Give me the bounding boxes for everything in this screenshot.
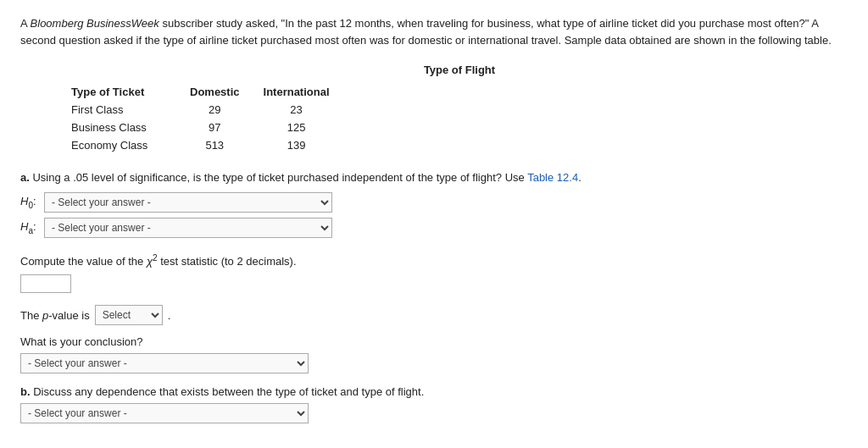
table-row: First Class 29 23 xyxy=(71,101,353,119)
domestic-cell: 97 xyxy=(190,119,264,136)
col-header-domestic: Domestic xyxy=(190,83,264,101)
chi-input-box[interactable] xyxy=(20,274,71,293)
conclusion-dropdown[interactable]: - Select your answer -Conclude independe… xyxy=(20,353,309,373)
pvalue-label: The p-value is xyxy=(20,309,90,322)
table-row: Business Class 97 125 xyxy=(71,119,353,136)
ha-row: Ha: - Select your answer -Type of ticket… xyxy=(20,218,848,238)
ticket-cell: Business Class xyxy=(71,119,190,136)
section-b-label: b. xyxy=(20,385,31,398)
h0-row: H0: - Select your answer -Type of ticket… xyxy=(20,192,848,213)
international-cell: 139 xyxy=(264,136,353,154)
section-b-question: b. Discuss any dependence that exists be… xyxy=(20,385,848,398)
section-a: a. Using a .05 level of significance, is… xyxy=(20,169,848,238)
chi-exponent: 2 xyxy=(153,253,158,263)
ticket-cell: First Class xyxy=(71,101,190,119)
h0-dropdown[interactable]: - Select your answer -Type of ticket pur… xyxy=(44,192,332,213)
international-cell: 23 xyxy=(264,101,353,119)
section-a-label: a. xyxy=(20,171,30,184)
pvalue-row: The p-value is Selectless than .005betwe… xyxy=(20,305,848,325)
pvalue-dropdown[interactable]: Selectless than .005between .005 and .01… xyxy=(95,305,163,325)
domestic-cell: 29 xyxy=(190,101,264,119)
table-row: Economy Class 513 139 xyxy=(71,136,353,154)
conclusion-question: What is your conclusion? xyxy=(20,335,848,348)
international-cell: 125 xyxy=(264,119,353,136)
domestic-cell: 513 xyxy=(190,136,264,154)
pvalue-period: . xyxy=(168,309,171,322)
table-link[interactable]: Table 12.4 xyxy=(527,171,578,184)
ticket-cell: Economy Class xyxy=(71,136,190,154)
compute-label: Compute the value of the χ2 test statist… xyxy=(20,253,848,268)
section-a-question: a. Using a .05 level of significance, is… xyxy=(20,169,848,187)
col-header-ticket: Type of Ticket xyxy=(71,83,190,101)
data-table: Type of Ticket Domestic International Fi… xyxy=(71,83,353,154)
compute-section: Compute the value of the χ2 test statist… xyxy=(20,253,848,293)
section-b: b. Discuss any dependence that exists be… xyxy=(20,385,848,423)
ha-label: Ha: xyxy=(20,218,44,238)
intro-paragraph: A Bloomberg BusinessWeek subscriber stud… xyxy=(20,15,848,48)
chi-symbol: χ xyxy=(147,255,153,268)
h0-label: H0: xyxy=(20,193,44,213)
section-b-dropdown[interactable]: - Select your answer -Economy class trav… xyxy=(20,403,309,423)
ha-dropdown[interactable]: - Select your answer -Type of ticket pur… xyxy=(44,218,332,238)
publication-name: Bloomberg BusinessWeek xyxy=(31,17,159,30)
conclusion-section: What is your conclusion? - Select your a… xyxy=(20,335,848,373)
table-section-title: Type of Flight xyxy=(71,64,848,76)
col-header-international: International xyxy=(264,83,353,101)
data-table-section: Type of Flight Type of Ticket Domestic I… xyxy=(71,64,848,154)
